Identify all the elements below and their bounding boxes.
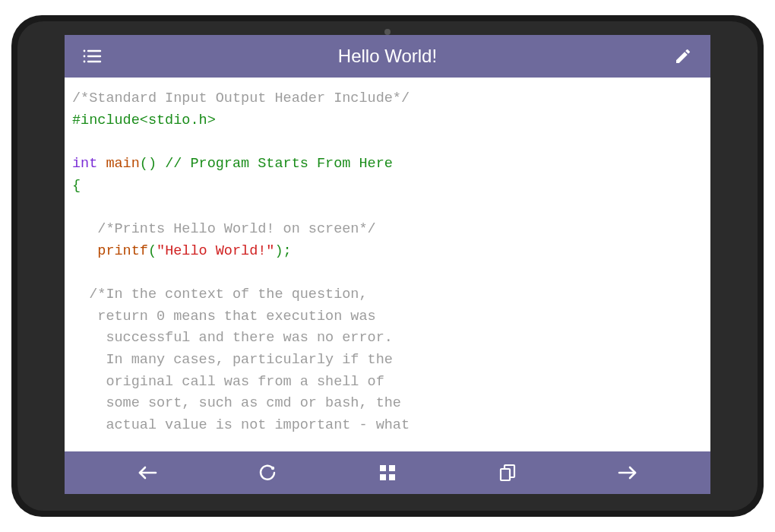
list-icon (82, 48, 102, 65)
code-comment: /*In the context of the question, (72, 287, 368, 302)
refresh-button[interactable] (254, 459, 281, 486)
tablet-camera (384, 29, 391, 35)
code-func: main (97, 156, 140, 172)
tablet-bezel-outer: Hello World! /*Standard Input Output Hea… (11, 15, 764, 517)
code-comment: /*Prints Hello World! on screen*/ (72, 221, 376, 237)
code-func: printf (72, 243, 148, 259)
code-comment: some sort, such as cmd or bash, the (72, 395, 401, 411)
svg-point-2 (84, 55, 86, 58)
svg-rect-8 (380, 465, 386, 471)
code-preproc: #include<stdio.h> (72, 112, 216, 128)
edit-button[interactable] (669, 43, 697, 70)
code-paren: () (140, 156, 157, 172)
refresh-circle-icon (258, 463, 277, 483)
code-comment: original call was from a shell of (72, 374, 384, 390)
app-screen: Hello World! /*Standard Input Output Hea… (65, 35, 710, 494)
code-comment: In many cases, particularly if the (72, 352, 393, 368)
code-paren: ( (148, 243, 157, 259)
page-title: Hello World! (106, 46, 669, 67)
arrow-right-icon (616, 464, 639, 482)
menu-list-button[interactable] (78, 43, 106, 70)
grid-icon (378, 464, 397, 482)
code-paren: ); (274, 243, 291, 259)
svg-point-0 (84, 50, 86, 52)
code-comment: // Program Starts From Here (157, 156, 393, 172)
code-comment: actual value is not important - what (72, 417, 410, 433)
svg-point-7 (271, 467, 274, 470)
svg-rect-10 (380, 474, 386, 480)
code-string: "Hello World!" (157, 243, 274, 259)
copy-icon (498, 463, 517, 483)
code-viewer[interactable]: /*Standard Input Output Header Include*/… (65, 78, 710, 451)
svg-point-4 (84, 61, 86, 63)
code-comment: /*Standard Input Output Header Include*/ (72, 90, 410, 106)
arrow-left-icon (136, 464, 159, 482)
copy-button[interactable] (494, 459, 521, 486)
top-bar: Hello World! (65, 35, 710, 78)
pencil-icon (674, 47, 692, 65)
forward-button[interactable] (614, 459, 641, 486)
bottom-nav-bar (65, 451, 710, 494)
back-button[interactable] (134, 459, 161, 486)
tablet-bezel-inner: Hello World! /*Standard Input Output Hea… (17, 21, 758, 511)
code-comment: successful and there was no error. (72, 330, 393, 346)
code-brace: { (72, 178, 81, 194)
grid-button[interactable] (374, 459, 401, 486)
code-comment: return 0 means that execution was (72, 309, 376, 325)
code-keyword: int (72, 156, 97, 172)
svg-rect-11 (389, 474, 395, 480)
svg-rect-12 (501, 469, 510, 480)
svg-rect-9 (389, 465, 395, 471)
